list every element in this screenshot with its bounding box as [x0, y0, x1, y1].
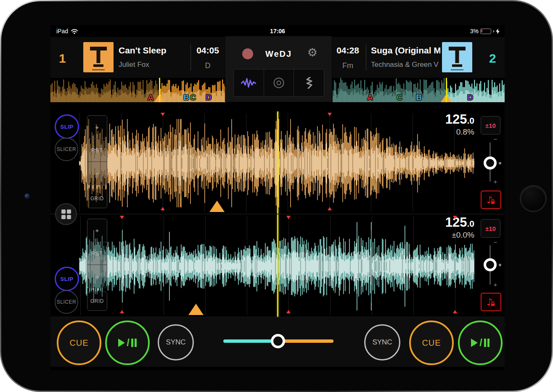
- ipad-device: iPad 17:06 3%: [0, 0, 553, 392]
- deck1-artwork[interactable]: [83, 42, 114, 72]
- beat-gridline: [329, 113, 330, 212]
- bar-marker-bottom: [161, 207, 165, 210]
- deck1-header: 1 Can't Sleep Juliet Fox 04:05 D: [50, 37, 225, 78]
- beat-gridline: [413, 113, 413, 212]
- clock: 17:06: [50, 28, 505, 34]
- settings-gear-icon[interactable]: ⚙: [307, 47, 318, 58]
- beat-gridline: [372, 216, 372, 315]
- deck1-track-artist: Juliet Fox: [119, 61, 188, 69]
- bar-marker-bottom: [120, 310, 124, 313]
- beat-gridline: [79, 113, 80, 212]
- beat-gridline: [246, 113, 246, 212]
- deck1-playhead: [277, 111, 278, 214]
- crossfader-track-left[interactable]: [223, 339, 274, 343]
- deck1-bend-minus-button[interactable]: −: [87, 162, 107, 185]
- deck2-grid-reset-button[interactable]: RST: [87, 242, 107, 265]
- overview-playhead: [159, 78, 160, 102]
- deck1-cue-button[interactable]: CUE: [57, 320, 101, 365]
- jog-wheel-icon: [273, 77, 285, 89]
- beat-gridline: [371, 113, 371, 212]
- charging-bolt-icon: [496, 29, 500, 34]
- waveform-icon: [241, 77, 256, 88]
- cue-marker-label: A: [148, 93, 153, 102]
- beat-gridline: [204, 113, 205, 212]
- cue-marker-label: C: [190, 93, 196, 102]
- crossfader-track-right[interactable]: [282, 339, 333, 343]
- deck2-sync-button[interactable]: SYNC: [364, 324, 400, 360]
- bar-marker-bottom: [286, 310, 291, 313]
- deck2-track-title: Suga (Original M: [371, 45, 440, 56]
- waveform-mode-button[interactable]: [234, 69, 264, 96]
- overview-playhead: [446, 78, 447, 102]
- jog-wheel-mode-button[interactable]: [264, 69, 294, 96]
- play-pause-icon: /: [471, 337, 489, 349]
- cue-marker-label: B: [183, 93, 189, 102]
- deck1-bend-plus-button[interactable]: +: [87, 116, 107, 138]
- bar-marker-top: [161, 113, 165, 116]
- deck2-header: 04:28 Fm Suga (Original M Technasia & Gr…: [331, 37, 505, 78]
- battery-percent: 3%: [470, 28, 479, 34]
- front-camera-icon: [24, 193, 30, 199]
- deck1-overview-markers: ABCD: [50, 78, 225, 102]
- deck1-play-pause-button[interactable]: /: [105, 320, 150, 365]
- deck1-track-title: Can't Sleep: [119, 45, 188, 56]
- cue-marker-label: A: [367, 93, 373, 102]
- view-mode-switcher: [233, 69, 324, 97]
- deck2-overview-markers: ACBD: [333, 78, 505, 102]
- deck1-key: D: [191, 61, 225, 70]
- cue-marker-label: C: [397, 93, 402, 102]
- deck2-play-pause-button[interactable]: /: [458, 320, 503, 365]
- deck2-bend-minus-button[interactable]: −: [87, 265, 107, 288]
- deck2-duration: 04:28: [331, 45, 364, 56]
- hot-cue-marker[interactable]: [209, 201, 225, 212]
- deck1-pitch-bend-pad: + RST −: [87, 115, 107, 185]
- deck2-bend-plus-button[interactable]: +: [87, 219, 107, 242]
- bar-marker-top: [286, 216, 291, 219]
- hot-cue-marker[interactable]: [188, 304, 204, 315]
- pad-mode-button[interactable]: [55, 203, 77, 225]
- fx-zigzag-icon: [304, 77, 315, 89]
- deck1-grid-button[interactable]: GRID: [87, 189, 107, 208]
- deck2-cue-button[interactable]: CUE: [409, 320, 454, 365]
- deck2-artwork[interactable]: [442, 42, 472, 72]
- deck1-sync-button[interactable]: SYNC: [158, 324, 194, 360]
- ipad-bezel: iPad 17:06 3%: [1, 1, 552, 391]
- cue-marker-label: D: [467, 93, 473, 102]
- battery-icon: [480, 29, 491, 34]
- toolroom-logo-icon: [83, 42, 114, 72]
- beat-gridline: [122, 216, 122, 315]
- deck2-number: 2: [489, 51, 496, 66]
- bar-marker-bottom: [453, 310, 457, 313]
- beat-gridline: [330, 216, 331, 315]
- play-pause-icon: /: [118, 337, 137, 349]
- deck2-track-artist: Technasia & Green V: [371, 61, 440, 69]
- bar-marker-top: [120, 216, 124, 219]
- deck2-playhead: [277, 215, 278, 317]
- toolroom-trax-logo-icon: [442, 42, 472, 72]
- beat-gridline: [205, 216, 206, 315]
- beat-gridline: [164, 216, 164, 315]
- deck1-grid-reset-button[interactable]: RST: [87, 138, 107, 162]
- beat-gridline: [454, 113, 455, 212]
- beat-gridline: [80, 216, 81, 315]
- deck2-pitch-bend-pad: + RST −: [87, 219, 107, 288]
- cue-marker-label: B: [416, 93, 422, 102]
- beat-gridline: [288, 113, 288, 212]
- beat-gridline: [413, 216, 414, 315]
- deck1-number: 1: [59, 51, 66, 66]
- cue-marker-label: D: [206, 93, 212, 102]
- four-squares-icon: [61, 209, 71, 219]
- wedj-panel: WeDJ ⚙: [225, 36, 332, 102]
- home-button[interactable]: [520, 185, 547, 212]
- deck2-key: Fm: [331, 61, 364, 70]
- deck2-header-divider: [366, 45, 366, 71]
- beat-gridline: [455, 216, 455, 315]
- fx-mode-button[interactable]: [294, 69, 324, 96]
- deck1-duration: 04:05: [191, 45, 225, 56]
- crossfader-knob[interactable]: [271, 334, 285, 348]
- bar-marker-bottom: [328, 207, 332, 210]
- deck2-grid-button[interactable]: GRID: [87, 291, 107, 311]
- page: iPad 17:06 3%: [0, 0, 553, 392]
- beat-gridline: [247, 216, 247, 315]
- bar-marker-top: [328, 113, 332, 116]
